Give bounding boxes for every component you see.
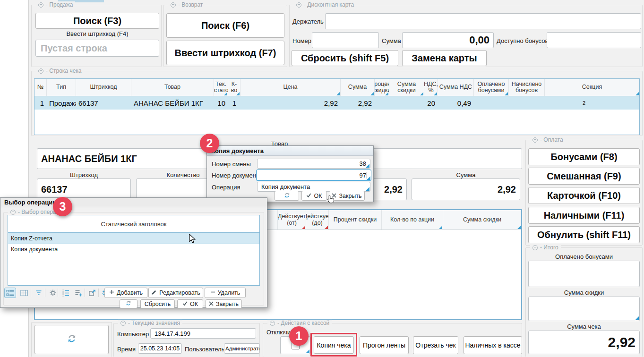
group-sale-title: Продажа: [36, 1, 75, 8]
total-bonus-field[interactable]: [528, 261, 640, 287]
receipt-table-row[interactable]: 1 Продажа 66137 АНАНАС БЕЙБИ 1КГ 10 1 2,…: [34, 96, 639, 110]
dialog-ok-button[interactable]: ОК: [301, 191, 327, 201]
collapse-icon[interactable]: [532, 245, 538, 250]
dialog-refresh-button[interactable]: [120, 299, 137, 308]
item-sum-field[interactable]: 2,92: [412, 178, 520, 200]
col-header[interactable]: Действует (до): [306, 210, 329, 230]
shift-number-field[interactable]: 38: [257, 159, 370, 169]
card-amount-label: Сумма: [382, 37, 401, 44]
card-reset-button[interactable]: Сбросить (shift F5): [292, 50, 398, 66]
item-sum-label: Сумма: [412, 171, 520, 178]
collapse-icon[interactable]: [171, 2, 176, 8]
refund-barcode-button[interactable]: Ввести штрихкод (F7): [166, 41, 284, 65]
card-amount-field[interactable]: 0,00: [402, 32, 494, 48]
add-list-icon[interactable]: [72, 288, 84, 298]
list-item-copy-document[interactable]: Копия документа: [8, 244, 259, 255]
card-bonus-field[interactable]: [547, 32, 641, 48]
dialog-copy-document-titlebar[interactable]: Копия документа: [207, 146, 373, 156]
refund-search-button[interactable]: Поиск (F6): [166, 13, 284, 38]
group-payment-title: Оплата: [530, 136, 566, 143]
time-field[interactable]: 25.05.23 14:05: [138, 343, 182, 354]
col-header[interactable]: Сумма НДС: [438, 79, 474, 96]
refresh-button[interactable]: [34, 325, 109, 354]
col-header[interactable]: Сумма скидки: [389, 79, 424, 96]
col-header[interactable]: Действует (от): [278, 210, 306, 230]
operation-field[interactable]: Копия документа: [257, 182, 370, 192]
pay-reset-button[interactable]: Обнулить (shift F11): [528, 226, 640, 243]
pay-cash-button[interactable]: Наличными (F11): [528, 207, 640, 224]
view-grid-icon[interactable]: [18, 288, 30, 298]
col-header[interactable]: Процент скидки: [375, 79, 389, 96]
user-label: Пользователь: [185, 346, 224, 353]
dialog-ok-button[interactable]: ОК: [177, 299, 203, 308]
user-field[interactable]: Администратор: [224, 343, 260, 354]
group-current-values-title: Текущие значения: [118, 320, 182, 326]
dialog-refresh-button[interactable]: [275, 191, 299, 201]
text-caret: [367, 172, 367, 178]
reset-button[interactable]: Сбросить: [140, 299, 175, 308]
col-header[interactable]: Процент скидки: [329, 210, 382, 230]
filter-icon[interactable]: [33, 288, 44, 298]
collapse-icon[interactable]: [532, 137, 538, 143]
col-header[interactable]: К-во: [228, 79, 240, 96]
col-header[interactable]: Штрихкод: [76, 79, 131, 96]
settings-gear-icon[interactable]: [47, 288, 59, 298]
toolbar-separator: [98, 289, 99, 297]
col-header[interactable]: НДС, %: [424, 79, 438, 96]
close-icon: [209, 301, 214, 307]
col-header[interactable]: Сумма: [341, 79, 375, 96]
cut-receipt-button[interactable]: Отрезать чек: [413, 336, 458, 354]
feed-tape-button[interactable]: Прогон ленты: [360, 336, 409, 354]
highlight-rect-copy-receipt: [310, 333, 357, 357]
delete-button[interactable]: Удалить: [205, 288, 246, 298]
pay-card-button[interactable]: Карточкой (F10): [528, 187, 640, 204]
collapse-icon[interactable]: [38, 2, 43, 8]
refresh-icon: [67, 334, 77, 345]
col-header[interactable]: №: [34, 79, 47, 96]
sale-barcode-input[interactable]: [35, 40, 159, 57]
total-sum-field[interactable]: 2,92: [528, 331, 640, 354]
dialog-close-button[interactable]: Закрыть: [206, 299, 242, 308]
group-discount-card-title: Дисконтная карта: [294, 1, 356, 8]
toolbar-separator: [85, 289, 85, 297]
card-number-field[interactable]: [312, 32, 379, 48]
collapse-icon[interactable]: [270, 321, 275, 326]
col-header[interactable]: Товар: [131, 79, 214, 96]
group-cash-actions-title: Действия с кассой: [267, 320, 332, 326]
numbered-list-icon[interactable]: [60, 288, 71, 298]
col-header[interactable]: Оплачено бонусами: [474, 79, 509, 96]
toolbar-separator: [45, 289, 45, 297]
collapse-icon[interactable]: [38, 68, 43, 74]
col-header[interactable]: Тип: [47, 79, 76, 96]
total-sum-label: Сумма чека: [528, 323, 640, 330]
col-header[interactable]: Секция: [545, 79, 639, 96]
col-header[interactable]: Кол-во по акции: [382, 210, 443, 230]
check-icon: [306, 193, 311, 199]
edit-button[interactable]: Редактировать: [148, 288, 203, 298]
minus-icon: [210, 289, 215, 296]
operation-list-header[interactable]: Статический заголовок: [8, 215, 259, 233]
col-header[interactable]: Цена: [240, 79, 341, 96]
document-number-field[interactable]: 97: [256, 170, 371, 181]
pay-bonus-button[interactable]: Бонусами (F8): [528, 148, 640, 165]
collapse-icon[interactable]: [10, 210, 16, 215]
collapse-icon[interactable]: [120, 321, 126, 326]
open-external-icon[interactable]: [86, 288, 98, 298]
col-header[interactable]: Начислено бонусов: [509, 79, 545, 96]
collapse-icon[interactable]: [296, 2, 301, 8]
cash-in-drawer-button[interactable]: Наличных в кассе: [464, 336, 522, 354]
add-button[interactable]: Добавить: [104, 288, 147, 298]
dialog-select-operation-titlebar[interactable]: Выбор операции: [0, 198, 267, 207]
col-header[interactable]: Тек. остаток: [214, 79, 228, 96]
col-header[interactable]: Сумма скидки: [443, 210, 521, 230]
card-holder-field[interactable]: [325, 13, 641, 29]
total-discount-field[interactable]: [528, 297, 640, 321]
card-replace-button[interactable]: Замена карты: [402, 50, 487, 66]
view-detail-list-icon[interactable]: [4, 288, 16, 298]
sale-barcode-label: Ввести штрихкод (F4): [35, 30, 159, 37]
sale-search-button[interactable]: Поиск (F3): [35, 13, 159, 29]
operation-list: Статический заголовок Копия Z-отчета Коп…: [8, 215, 260, 286]
pay-mixed-button[interactable]: Смешанная (F9): [528, 168, 640, 185]
list-item-copy-z-report[interactable]: Копия Z-отчета: [8, 233, 259, 244]
computer-field[interactable]: 134.17.4.199: [150, 328, 256, 339]
